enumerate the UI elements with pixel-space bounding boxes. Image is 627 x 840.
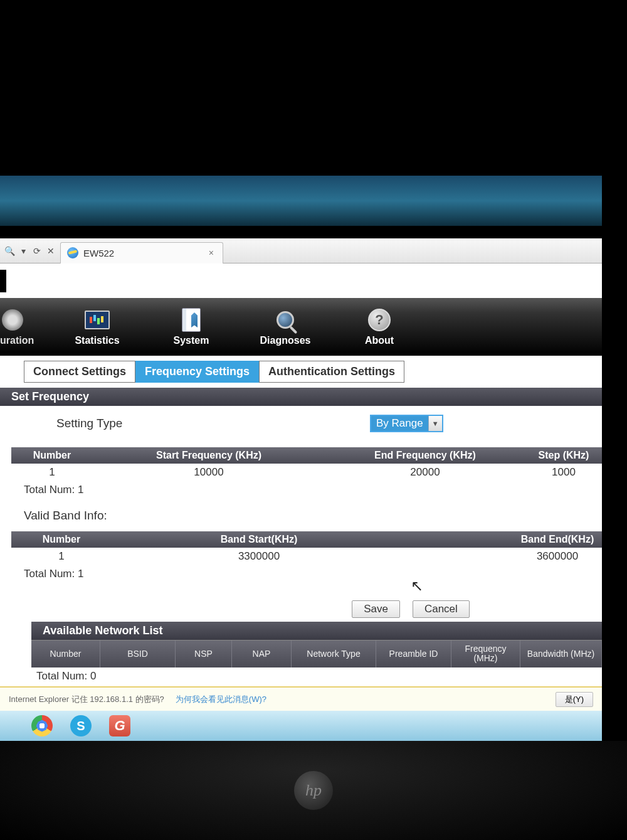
col-nsp: NSP: [176, 641, 232, 667]
freq-total: Total Num: 1: [0, 481, 602, 502]
valid-band-label: Valid Band Info:: [0, 502, 602, 531]
ie-password-bar: Internet Explorer 记住 192.168.1.1 的密码? 为何…: [0, 686, 602, 711]
magnifier-icon: [277, 311, 294, 329]
nav-label: Diagnoses: [260, 335, 311, 346]
ie-prompt-text: Internet Explorer 记住 192.168.1.1 的密码?: [9, 694, 164, 705]
network-table-head: Number BSID NSP NAP Network Type Preambl…: [31, 640, 602, 667]
laptop-bezel: hp: [0, 741, 627, 840]
skype-icon[interactable]: S: [70, 715, 92, 736]
cell-number: 1: [11, 548, 112, 565]
ie-yes-button[interactable]: 是(Y): [556, 692, 593, 707]
section-available-network: Available Network List: [31, 622, 602, 640]
dropdown-icon[interactable]: ▾: [18, 245, 29, 257]
question-icon: ?: [368, 309, 391, 331]
nav-label: System: [174, 335, 209, 346]
main-nav: uration Statistics System Diagnoses ? Ab…: [0, 298, 602, 356]
col-preamble-id: Preamble ID: [376, 641, 451, 667]
cell-number: 1: [11, 464, 93, 481]
hp-logo-icon: hp: [294, 771, 333, 810]
tab-title: EW522: [83, 248, 114, 258]
select-value: By Range: [371, 416, 428, 431]
section-set-frequency: Set Frequency: [0, 388, 602, 406]
nav-statistics[interactable]: Statistics: [50, 298, 144, 356]
cell-start: 10000: [93, 464, 325, 481]
cancel-button[interactable]: Cancel: [413, 600, 470, 618]
col-frequency: Frequency (MHz): [451, 641, 520, 667]
col-band-start: Band Start(KHz): [112, 531, 406, 548]
chart-monitor-icon: [85, 311, 110, 329]
gear-icon: [2, 309, 23, 331]
frequency-table: Number Start Frequency (KHz) End Frequen…: [0, 447, 602, 481]
logo-bar: [0, 263, 602, 298]
nav-system[interactable]: System: [144, 298, 238, 356]
nav-configuration[interactable]: uration: [0, 298, 50, 356]
refresh-icon[interactable]: ⟳: [31, 245, 43, 257]
stop-icon[interactable]: ✕: [45, 245, 56, 257]
network-total: Total Num: 0: [0, 667, 602, 689]
valid-band-table: Number Band Start(KHz) Band End(KHz) 1 3…: [0, 531, 602, 565]
col-network-type: Network Type: [292, 641, 376, 667]
table-row: 1 10000 20000 1000: [11, 464, 602, 481]
ie-icon: [67, 247, 78, 258]
tab-authentication-settings[interactable]: Authentication Settings: [259, 361, 404, 383]
save-button[interactable]: Save: [352, 600, 400, 618]
tab-connect-settings[interactable]: Connect Settings: [24, 361, 135, 383]
tab-close-icon[interactable]: ×: [206, 248, 216, 258]
ie-faq-link[interactable]: 为何我会看见此消息(W)?: [176, 694, 266, 705]
col-bsid: BSID: [100, 641, 176, 667]
col-number: Number: [11, 447, 93, 464]
col-number: Number: [31, 641, 100, 667]
browser-tab[interactable]: EW522 ×: [60, 242, 223, 263]
nav-label: uration: [0, 335, 34, 346]
setting-type-label: Setting Type: [56, 417, 370, 430]
notebook-icon: [182, 308, 201, 332]
sub-tab-bar: Connect Settings Frequency Settings Auth…: [0, 356, 602, 388]
nav-about[interactable]: ? About: [332, 298, 426, 356]
nav-label: Statistics: [75, 335, 119, 346]
mouse-cursor-icon: ↖: [411, 577, 423, 595]
brand-logo: [0, 270, 6, 292]
chrome-icon[interactable]: [31, 715, 53, 736]
setting-type-select[interactable]: By Range ▼: [370, 415, 443, 432]
col-start-freq: Start Frequency (KHz): [93, 447, 325, 464]
window-titlebar: [0, 176, 602, 226]
col-step: Step (KHz): [525, 447, 602, 464]
cell-step: 1000: [525, 464, 602, 481]
nav-label: About: [365, 335, 394, 346]
app-content: uration Statistics System Diagnoses ? Ab…: [0, 263, 602, 702]
col-bandwidth: Bandwidth (MHz): [520, 641, 602, 667]
tab-frequency-settings[interactable]: Frequency Settings: [135, 361, 259, 383]
band-total: Total Num: 1: [0, 565, 602, 587]
col-nap: NAP: [232, 641, 292, 667]
chevron-down-icon: ▼: [428, 416, 442, 431]
cell-end: 20000: [325, 464, 525, 481]
col-band-end: Band End(KHz): [513, 531, 602, 548]
nav-diagnoses[interactable]: Diagnoses: [238, 298, 332, 356]
search-icon[interactable]: 🔍: [4, 245, 15, 257]
app-icon[interactable]: G: [109, 715, 130, 736]
browser-toolbar: 🔍 ▾ ⟳ ✕ EW522 ×: [0, 238, 602, 263]
col-end-freq: End Frequency (KHz): [325, 447, 525, 464]
col-spacer: [406, 531, 513, 548]
cell-band-start: 3300000: [112, 548, 406, 565]
table-row: 1 3300000 3600000: [11, 548, 602, 565]
cell-band-end: 3600000: [513, 548, 602, 565]
windows-taskbar: S G: [0, 711, 602, 741]
col-number: Number: [11, 531, 112, 548]
